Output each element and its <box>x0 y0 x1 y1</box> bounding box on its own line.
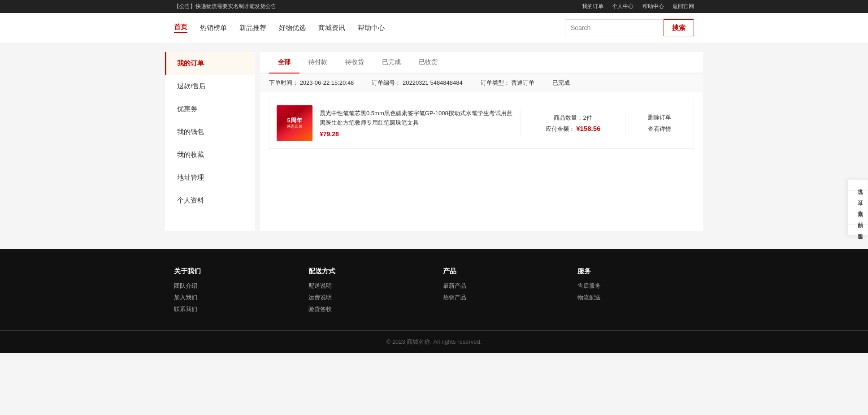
promo-sub: 感恩回馈 <box>286 124 303 130</box>
qty-label: 商品数量：2件 <box>533 114 613 122</box>
nav-home[interactable]: 首页 <box>174 23 187 33</box>
footer-products-link-0[interactable]: 最新产品 <box>443 282 560 290</box>
promo-text: 5周年 <box>287 117 302 124</box>
tab-pending-pay[interactable]: 待付款 <box>299 52 336 73</box>
copyright: © 2023 商城名称. All rights reserved. <box>386 338 482 345</box>
sidebar-item-favorites[interactable]: 我的收藏 <box>165 143 255 166</box>
footer-bottom: © 2023 商城名称. All rights reserved. <box>0 330 868 353</box>
sidebar-item-address[interactable]: 地址管理 <box>165 166 255 189</box>
product-info: 晨光中性笔笔芯黑0.5mm黑色碳素签字笔GP-1008按动式水笔学生考试用蓝黑医… <box>320 109 513 138</box>
nav-help[interactable]: 帮助中心 <box>358 24 385 32</box>
sidebar-item-refund[interactable]: 退款/售后 <box>165 75 255 98</box>
main-nav: 首页 热销榜单 新品推荐 好物优选 商城资讯 帮助中心 <box>174 23 385 33</box>
product-price: ¥79.28 <box>320 130 513 138</box>
order-no-value: 20220321 5484848484 <box>403 79 463 86</box>
order-no-label: 订单编号： 20220321 5484848484 <box>372 79 462 87</box>
order-info-bar: 下单时间： 2023-06-22 15:20:48 订单编号： 20220321… <box>260 73 703 92</box>
search-area: 搜索 <box>565 19 694 36</box>
footer-service-link-1[interactable]: 物流配送 <box>577 294 694 302</box>
sidebar-item-profile[interactable]: 个人资料 <box>165 189 255 212</box>
order-type-label: 订单类型： 普通订单 <box>481 79 535 87</box>
footer-main: 关于我们 团队介绍 加入我们 联系我们 配送方式 配送说明 运费说明 验货签收 … <box>165 249 703 330</box>
nav-good[interactable]: 好物优选 <box>279 24 306 32</box>
delete-order-button[interactable]: 删除订单 <box>648 113 671 121</box>
tab-completed[interactable]: 已完成 <box>373 52 410 73</box>
footer: 关于我们 团队介绍 加入我们 联系我们 配送方式 配送说明 运费说明 验货签收 … <box>0 249 868 353</box>
float-sidebar-favorites[interactable]: 收藏 <box>848 202 868 213</box>
order-card: 5周年 感恩回馈 晨光中性笔笔芯黑0.5mm黑色碳素签字笔GP-1008按动式水… <box>269 98 694 149</box>
search-button[interactable]: 搜索 <box>664 19 694 36</box>
product-name: 晨光中性笔笔芯黑0.5mm黑色碳素签字笔GP-1008按动式水笔学生考试用蓝黑医… <box>320 109 513 128</box>
order-amount: ¥158.56 <box>576 125 600 132</box>
footer-products: 产品 最新产品 热销产品 <box>443 267 560 317</box>
footer-products-link-1[interactable]: 热销产品 <box>443 294 560 302</box>
header: 首页 热销榜单 新品推荐 好物优选 商城资讯 帮助中心 搜索 <box>0 13 868 43</box>
float-sidebar-help[interactable]: 帮助 <box>848 213 868 225</box>
tab-all[interactable]: 全部 <box>269 52 299 73</box>
footer-service-title: 服务 <box>577 267 694 276</box>
footer-delivery-link-1[interactable]: 运费说明 <box>308 294 425 302</box>
footer-delivery-link-0[interactable]: 配送说明 <box>308 282 425 290</box>
footer-about-link-0[interactable]: 团队介绍 <box>174 282 291 290</box>
order-item-row: 5周年 感恩回馈 晨光中性笔笔芯黑0.5mm黑色碳素签字笔GP-1008按动式水… <box>269 98 694 148</box>
float-sidebar: 优惠 订单 收藏 帮助 客服 <box>847 179 868 236</box>
footer-about-link-1[interactable]: 加入我们 <box>174 294 291 302</box>
top-link-home[interactable]: 返回官网 <box>673 3 694 9</box>
content-area: 全部 待付款 待收货 已完成 已收货 下单时间： 2023-06-22 15:2… <box>260 52 703 231</box>
divider-2 <box>625 110 625 137</box>
top-link-user-center[interactable]: 个人中心 <box>612 3 634 9</box>
float-sidebar-coupon[interactable]: 优惠 <box>848 180 868 191</box>
amount-label: 应付金额： ¥158.56 <box>533 125 613 133</box>
footer-products-title: 产品 <box>443 267 560 276</box>
footer-service: 服务 售后服务 物流配送 <box>577 267 694 317</box>
announcement-text: 【公告】快递物流需要实名制才能发货公告 <box>174 3 276 10</box>
search-input[interactable] <box>565 19 664 36</box>
tab-received[interactable]: 已收货 <box>410 52 447 73</box>
divider-1 <box>521 110 521 137</box>
nav-hot[interactable]: 热销榜单 <box>200 24 227 32</box>
order-time-label: 下单时间： 2023-06-22 15:20:48 <box>269 79 354 87</box>
float-sidebar-service[interactable]: 客服 <box>848 225 868 235</box>
nav-news[interactable]: 商城资讯 <box>318 24 345 32</box>
footer-delivery-link-2[interactable]: 验货签收 <box>308 305 425 313</box>
order-status: 已完成 <box>552 79 570 87</box>
announcement-bar: 【公告】快递物流需要实名制才能发货公告 我的订单 个人中心 帮助中心 返回官网 <box>0 0 868 13</box>
main-container: 我的订单 退款/售后 优惠券 我的钱包 我的收藏 地址管理 个人资料 全部 待付… <box>165 52 703 231</box>
order-tabs: 全部 待付款 待收货 已完成 已收货 <box>260 52 703 73</box>
sidebar: 我的订单 退款/售后 优惠券 我的钱包 我的收藏 地址管理 个人资料 <box>165 52 255 231</box>
top-link-orders[interactable]: 我的订单 <box>582 3 603 9</box>
sidebar-item-wallet[interactable]: 我的钱包 <box>165 121 255 143</box>
tab-pending-receive[interactable]: 待收货 <box>336 52 373 73</box>
order-actions: 删除订单 查看详情 <box>633 113 686 133</box>
footer-about-title: 关于我们 <box>174 267 291 276</box>
view-detail-button[interactable]: 查看详情 <box>648 125 671 133</box>
top-link-help[interactable]: 帮助中心 <box>642 3 664 9</box>
nav-new[interactable]: 新品推荐 <box>239 24 266 32</box>
footer-about: 关于我们 团队介绍 加入我们 联系我们 <box>174 267 291 317</box>
float-sidebar-orders[interactable]: 订单 <box>848 191 868 202</box>
sidebar-item-coupon[interactable]: 优惠券 <box>165 98 255 121</box>
footer-delivery: 配送方式 配送说明 运费说明 验货签收 <box>308 267 425 317</box>
order-type-value: 普通订单 <box>511 79 534 86</box>
order-qty-section: 商品数量：2件 应付金额： ¥158.56 <box>528 114 618 133</box>
top-nav-links: 我的订单 个人中心 帮助中心 返回官网 <box>575 3 694 10</box>
footer-about-link-2[interactable]: 联系我们 <box>174 305 291 313</box>
order-time-value: 2023-06-22 15:20:48 <box>300 79 354 86</box>
sidebar-item-orders[interactable]: 我的订单 <box>165 52 255 75</box>
product-image: 5周年 感恩回馈 <box>277 105 312 141</box>
footer-delivery-title: 配送方式 <box>308 267 425 276</box>
footer-service-link-0[interactable]: 售后服务 <box>577 282 694 290</box>
